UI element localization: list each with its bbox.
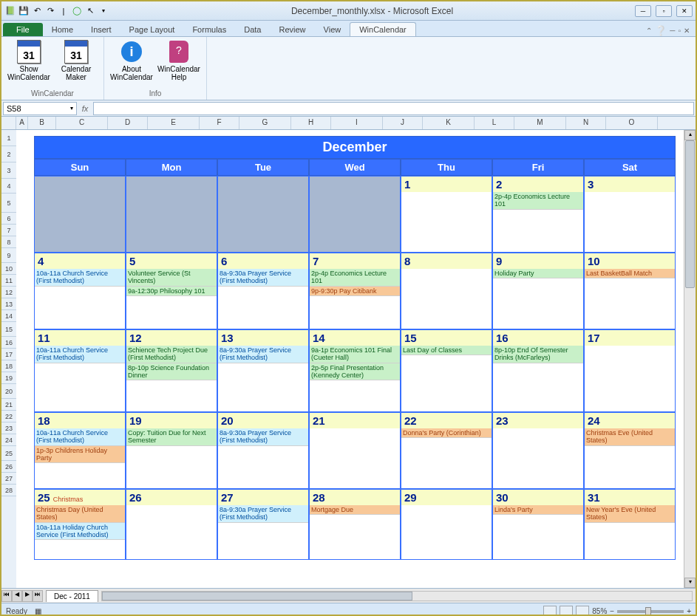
tab-insert[interactable]: Insert xyxy=(82,23,120,36)
col-header-L[interactable]: L xyxy=(475,117,514,129)
calendar-cell[interactable]: 12Schience Tech Project Due (First Metho… xyxy=(126,329,217,412)
row-header-13[interactable]: 13 xyxy=(1,298,16,310)
calendar-cell[interactable] xyxy=(309,176,401,253)
row-header-17[interactable]: 17 xyxy=(1,349,16,360)
row-header-3[interactable]: 3 xyxy=(1,162,16,179)
zoom-level[interactable]: 85% xyxy=(592,607,607,615)
zoom-thumb[interactable] xyxy=(645,607,651,616)
calendar-event[interactable]: New Year's Eve (United States) xyxy=(585,505,675,523)
calendar-cell[interactable]: 68a-9:30a Prayer Service (First Methodis… xyxy=(217,253,309,329)
view-normal-icon[interactable] xyxy=(543,606,557,617)
calendar-event[interactable]: 9a-1p Economics 101 Final (Cueter Hall) xyxy=(310,346,400,363)
tab-review[interactable]: Review xyxy=(270,23,314,36)
wb-close-icon[interactable]: ✕ xyxy=(684,27,690,35)
col-header-F[interactable]: F xyxy=(200,117,239,129)
calendar-cell[interactable]: 25ChristmasChristmas Day (United States)… xyxy=(34,489,126,560)
calendar-event[interactable]: 2p-4p Economics Lecture 101 xyxy=(310,269,400,287)
col-header-I[interactable]: I xyxy=(331,117,383,129)
calendar-cell[interactable]: 3 xyxy=(584,176,676,253)
calendar-cell[interactable]: 26 xyxy=(126,489,217,560)
row-header-23[interactable]: 23 xyxy=(1,422,16,434)
tab-home[interactable]: Home xyxy=(43,23,82,36)
calendar-cell[interactable]: 149a-1p Economics 101 Final (Cueter Hall… xyxy=(309,329,401,412)
horizontal-scrollbar[interactable] xyxy=(101,591,693,601)
tab-formulas[interactable]: Formulas xyxy=(183,23,235,36)
view-page-icon[interactable] xyxy=(560,606,573,617)
calendar-event[interactable]: 2p-4p Economics Lecture 101 xyxy=(493,192,583,210)
calendar-event[interactable]: 10a-11a Church Service (First Methodist) xyxy=(35,269,125,287)
calendar-event[interactable]: Copy: Tuition Due for Next Semester xyxy=(126,428,217,446)
calendar-event[interactable]: Linda's Party xyxy=(493,505,583,515)
tab-prev-icon[interactable]: ◀ xyxy=(12,590,22,602)
col-header-B[interactable]: B xyxy=(28,117,56,129)
ext-icon[interactable]: ◯ xyxy=(71,5,83,17)
col-header-H[interactable]: H xyxy=(291,117,331,129)
minimize-button[interactable]: ─ xyxy=(635,5,651,17)
about-wincalendar-button[interactable]: i About WinCalendar xyxy=(109,38,154,89)
col-header-M[interactable]: M xyxy=(514,117,566,129)
calendar-cell[interactable]: 23 xyxy=(492,412,584,489)
tab-last-icon[interactable]: ⏭ xyxy=(33,590,43,602)
show-wincalendar-button[interactable]: Show WinCalendar xyxy=(6,38,52,89)
row-header-6[interactable]: 6 xyxy=(1,213,16,225)
calendar-event[interactable]: Mortgage Due xyxy=(310,505,400,515)
row-header-26[interactable]: 26 xyxy=(1,461,16,473)
col-header-K[interactable]: K xyxy=(423,117,475,129)
calendar-cell[interactable]: 1 xyxy=(401,176,492,253)
row-header-24[interactable]: 24 xyxy=(1,434,16,446)
calendar-event[interactable]: 8a-9:30a Prayer Service (First Methodist… xyxy=(218,505,308,523)
scroll-up-icon[interactable]: ▴ xyxy=(684,130,696,140)
row-header-20[interactable]: 20 xyxy=(1,384,16,399)
col-header-A[interactable]: A xyxy=(16,117,28,129)
row-header-18[interactable]: 18 xyxy=(1,360,16,372)
calendar-event[interactable]: 10a-11a Holiday Church Service (First Me… xyxy=(35,523,125,541)
sheet-content[interactable]: December SunMonTueWedThuFriSat 122p-4p E… xyxy=(16,130,684,588)
row-header-2[interactable]: 2 xyxy=(1,146,16,162)
tab-wincalendar[interactable]: WinCalendar xyxy=(350,22,416,36)
calendar-event[interactable]: 9a-12:30p Philosophy 101 xyxy=(126,287,217,296)
row-header-15[interactable]: 15 xyxy=(1,322,16,337)
row-header-21[interactable]: 21 xyxy=(1,399,16,411)
calendar-cell[interactable]: 168p-10p End Of Semester Drinks (McFarle… xyxy=(492,329,584,412)
row-header-7[interactable]: 7 xyxy=(1,225,16,236)
tab-first-icon[interactable]: ⏮ xyxy=(1,590,12,602)
calendar-event[interactable]: 10a-11a Church Service (First Methodist) xyxy=(35,428,125,446)
col-header-G[interactable]: G xyxy=(239,117,291,129)
zoom-out-icon[interactable]: − xyxy=(610,607,614,615)
tab-pagelayout[interactable]: Page Layout xyxy=(120,23,184,36)
wincalendar-help-button[interactable]: WinCalendar Help xyxy=(156,38,202,89)
col-header-O[interactable]: O xyxy=(606,117,658,129)
row-header-8[interactable]: 8 xyxy=(1,236,16,248)
calendar-event[interactable]: Donna's Party (Corinthian) xyxy=(401,428,492,438)
row-header-9[interactable]: 9 xyxy=(1,248,16,263)
calendar-cell[interactable]: 21 xyxy=(309,412,401,489)
calendar-event[interactable]: Last BasketBall Match xyxy=(585,269,675,278)
calendar-cell[interactable]: 22p-4p Economics Lecture 101 xyxy=(492,176,584,253)
calendar-event[interactable]: Schience Tech Project Due (First Methodi… xyxy=(126,346,217,363)
select-all-button[interactable] xyxy=(1,117,16,129)
tab-view[interactable]: View xyxy=(315,23,350,36)
vertical-scrollbar[interactable]: ▴ ▾ xyxy=(684,130,696,588)
calendar-cell[interactable]: 5Volunteer Service (St Vincents)9a-12:30… xyxy=(126,253,217,329)
row-header-4[interactable]: 4 xyxy=(1,179,16,194)
formula-bar[interactable] xyxy=(93,102,694,115)
calendar-cell[interactable]: 1810a-11a Church Service (First Methodis… xyxy=(34,412,126,489)
row-header-27[interactable]: 27 xyxy=(1,473,16,485)
calendar-event[interactable]: 10a-11a Church Service (First Methodist) xyxy=(35,346,125,363)
wb-minimize-icon[interactable]: ─ xyxy=(670,27,675,35)
undo-icon[interactable]: ↶ xyxy=(31,5,43,17)
calendar-cell[interactable]: 208a-9:30a Prayer Service (First Methodi… xyxy=(217,412,309,489)
calendar-maker-button[interactable]: Calendar Maker xyxy=(53,38,99,89)
calendar-event[interactable]: 8a-9:30a Prayer Service (First Methodist… xyxy=(218,346,308,363)
calendar-cell[interactable]: 15Last Day of Classes xyxy=(401,329,492,412)
calendar-cell[interactable]: 410a-11a Church Service (First Methodist… xyxy=(34,253,126,329)
calendar-event[interactable]: Christmas Day (United States) xyxy=(35,505,125,523)
row-header-11[interactable]: 11 xyxy=(1,275,16,287)
calendar-cell[interactable]: 8 xyxy=(401,253,492,329)
scroll-thumb-h[interactable] xyxy=(102,592,412,600)
calendar-event[interactable]: 2p-5p Final Presentation (Kennedy Center… xyxy=(310,363,400,381)
minimize-ribbon-icon[interactable]: ⌃ xyxy=(646,27,652,35)
calendar-cell[interactable]: 138a-9:30a Prayer Service (First Methodi… xyxy=(217,329,309,412)
calendar-event[interactable]: Holiday Party xyxy=(493,269,583,278)
row-header-16[interactable]: 16 xyxy=(1,337,16,349)
